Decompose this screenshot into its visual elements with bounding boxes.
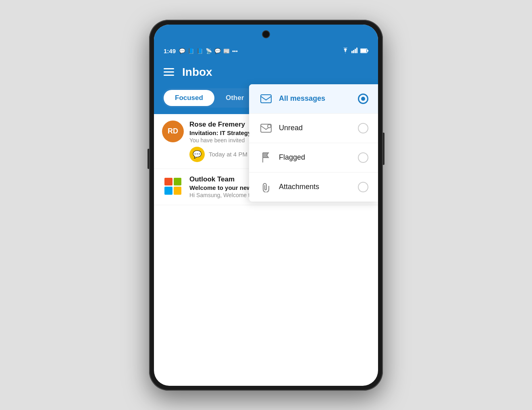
menu-line-1 [164,68,174,69]
menu-line-2 [164,71,174,73]
filter-attachments[interactable]: Attachments [249,173,378,202]
outlook-logo [162,175,184,197]
phone-frame: 1:49 💬 📘 📘 📡 💬 📰 ••• [149,20,383,391]
attachments-icon [259,180,273,194]
camera-bar [154,25,378,44]
tab-toggle: Focused Other [162,88,257,108]
signal-icon [351,48,358,54]
svg-rect-2 [355,49,356,53]
facebook2-icon: 📘 [197,48,203,54]
avatar-rd: RD [162,121,184,142]
radio-unread[interactable] [358,123,368,133]
inbox-title: Inbox [182,66,212,79]
unread-icon [259,121,273,135]
facebook-icon: 📘 [188,48,194,54]
radio-all-messages[interactable] [358,94,368,104]
hamburger-menu[interactable] [164,68,174,76]
radio-icon: 📡 [206,48,212,54]
logo-red [164,178,172,186]
volume-button [148,149,149,169]
svg-rect-0 [351,51,353,53]
radio-attachments[interactable] [358,182,368,192]
svg-rect-5 [361,49,366,52]
camera-lens [262,30,270,38]
message-icon: 💬 [214,48,221,54]
battery-icon [360,48,368,54]
time-display: 1:49 [164,48,176,54]
unread-label: Unread [279,124,352,132]
svg-rect-6 [367,50,368,52]
flagged-icon [259,150,273,165]
power-button [383,133,384,165]
all-messages-icon [259,92,273,106]
chat-icon: 💬 [179,48,185,54]
all-messages-label: All messages [279,94,352,103]
notification-icons: 💬 📘 📘 📡 💬 📰 ••• [179,48,238,54]
menu-line-3 [164,75,174,76]
logo-green [174,178,182,186]
filter-unread[interactable]: Unread [249,114,378,143]
svg-rect-3 [356,48,357,53]
app-header: Inbox [154,58,378,85]
radio-flagged[interactable] [358,152,368,163]
svg-rect-1 [353,50,354,53]
svg-point-10 [268,125,270,127]
logo-yellow [174,187,182,195]
filter-all-messages[interactable]: All messages [249,84,378,114]
status-bar: 1:49 💬 📘 📘 📡 💬 📰 ••• [154,44,378,58]
status-right-icons [342,48,368,54]
phone-screen: 1:49 💬 📘 📘 📡 💬 📰 ••• [154,25,378,386]
flagged-label: Flagged [279,153,352,162]
filter-dropdown: All messages Unread [249,84,378,202]
tab-focused[interactable]: Focused [164,90,214,106]
meeting-icon: 💬 [189,147,205,162]
logo-blue [164,187,172,195]
filter-flagged[interactable]: Flagged [249,143,378,173]
attachments-label: Attachments [279,183,352,191]
news-icon: 📰 [223,48,230,54]
more-icon: ••• [232,48,238,54]
wifi-icon [342,48,349,54]
svg-rect-7 [261,95,271,103]
